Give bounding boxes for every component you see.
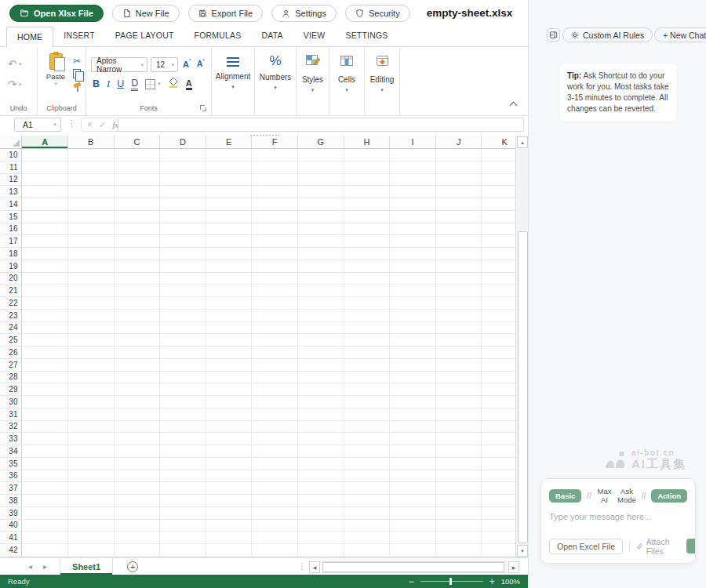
cell-H22[interactable] xyxy=(344,297,391,310)
row-header-16[interactable]: 16 xyxy=(0,223,22,236)
cell-H27[interactable] xyxy=(344,359,391,372)
row-header-38[interactable]: 38 xyxy=(0,495,22,507)
custom-ai-rules-button[interactable]: Custom AI Rules xyxy=(562,27,653,42)
cell-J18[interactable] xyxy=(436,248,482,260)
cell-H40[interactable] xyxy=(344,520,391,532)
cell-I23[interactable] xyxy=(390,310,436,322)
cell-F14[interactable] xyxy=(252,198,298,211)
cell-B36[interactable] xyxy=(68,470,115,483)
cell-C20[interactable] xyxy=(115,273,161,285)
cell-E13[interactable] xyxy=(206,186,253,198)
cell-E37[interactable] xyxy=(206,482,253,495)
cell-F37[interactable] xyxy=(252,482,298,495)
ribbon-tab-page-layout[interactable]: PAGE LAYOUT xyxy=(105,26,184,46)
row-header-33[interactable]: 33 xyxy=(0,433,22,445)
cell-B13[interactable] xyxy=(68,186,115,198)
cell-A27[interactable] xyxy=(22,359,68,372)
cell-H12[interactable] xyxy=(344,174,391,187)
cell-D31[interactable] xyxy=(160,408,206,421)
cell-C33[interactable] xyxy=(115,433,161,445)
cell-F32[interactable] xyxy=(252,421,298,434)
cell-H36[interactable] xyxy=(344,470,391,483)
cell-B19[interactable] xyxy=(68,260,115,273)
cell-A26[interactable] xyxy=(22,347,68,359)
row-header-36[interactable]: 36 xyxy=(0,470,22,483)
cell-B22[interactable] xyxy=(68,297,115,310)
cell-I33[interactable] xyxy=(390,433,436,445)
cell-C12[interactable] xyxy=(115,174,161,187)
cell-F12[interactable] xyxy=(252,174,298,187)
cell-E29[interactable] xyxy=(206,383,253,396)
cell-J41[interactable] xyxy=(436,532,482,544)
cell-H35[interactable] xyxy=(344,458,391,470)
settings-button[interactable]: Settings xyxy=(271,5,337,22)
cell-I17[interactable] xyxy=(390,235,436,248)
cell-B38[interactable] xyxy=(68,495,115,507)
cell-E21[interactable] xyxy=(206,285,253,297)
cell-D25[interactable] xyxy=(160,334,206,347)
collapse-ribbon-button[interactable] xyxy=(511,101,517,107)
export-file-button[interactable]: Export File xyxy=(188,5,264,22)
row-header-25[interactable]: 25 xyxy=(0,334,22,347)
cell-D16[interactable] xyxy=(160,223,206,236)
cell-J39[interactable] xyxy=(436,507,482,520)
cell-I36[interactable] xyxy=(390,470,436,483)
cell-J10[interactable] xyxy=(436,149,482,162)
cell-C26[interactable] xyxy=(115,347,161,359)
row-header-10[interactable]: 10 xyxy=(0,149,22,162)
cell-E30[interactable] xyxy=(206,396,253,408)
cell-G21[interactable] xyxy=(298,285,344,297)
cell-I20[interactable] xyxy=(390,273,436,285)
row-header-24[interactable]: 24 xyxy=(0,322,22,335)
cell-C42[interactable] xyxy=(115,544,161,557)
cell-J28[interactable] xyxy=(436,372,482,384)
cell-H38[interactable] xyxy=(344,495,391,507)
cell-H31[interactable] xyxy=(344,408,391,421)
cell-D12[interactable] xyxy=(160,174,206,187)
cell-A37[interactable] xyxy=(22,482,68,495)
cell-J26[interactable] xyxy=(436,347,482,359)
cell-B20[interactable] xyxy=(68,273,115,285)
cell-B11[interactable] xyxy=(68,162,115,174)
attach-files-button[interactable]: Attach Files xyxy=(636,537,681,556)
cell-B23[interactable] xyxy=(68,310,115,322)
cell-F20[interactable] xyxy=(252,273,298,285)
cell-G34[interactable] xyxy=(298,445,344,458)
cell-D11[interactable] xyxy=(160,162,206,174)
cell-E11[interactable] xyxy=(206,162,253,174)
cell-A24[interactable] xyxy=(22,322,68,335)
cell-F40[interactable] xyxy=(252,520,298,532)
cell-I26[interactable] xyxy=(390,347,436,359)
cell-H11[interactable] xyxy=(344,162,391,174)
ribbon-tab-data[interactable]: DATA xyxy=(252,26,293,46)
cell-A16[interactable] xyxy=(22,223,68,236)
paste-dropdown-icon[interactable]: ▾ xyxy=(42,81,69,87)
cell-D39[interactable] xyxy=(160,507,206,520)
row-header-30[interactable]: 30 xyxy=(0,396,22,408)
redo-button[interactable]: ↷▾ xyxy=(8,78,21,90)
cell-F13[interactable] xyxy=(252,186,298,198)
cell-G15[interactable] xyxy=(298,211,344,223)
cell-E27[interactable] xyxy=(206,359,253,372)
cell-I14[interactable] xyxy=(390,198,436,211)
cell-B12[interactable] xyxy=(68,174,115,187)
cell-F22[interactable] xyxy=(252,297,298,310)
mode-ask-mode[interactable]: Ask Mode xyxy=(617,487,636,505)
cell-C14[interactable] xyxy=(115,198,161,211)
underline-button[interactable]: U xyxy=(117,78,124,89)
cell-E10[interactable] xyxy=(206,149,253,162)
cell-G27[interactable] xyxy=(298,359,344,372)
cell-H17[interactable] xyxy=(344,235,391,248)
cell-D18[interactable] xyxy=(160,248,206,260)
cell-A36[interactable] xyxy=(22,470,68,483)
security-button[interactable]: Security xyxy=(345,5,410,22)
row-header-27[interactable]: 27 xyxy=(0,359,22,372)
cell-B17[interactable] xyxy=(68,235,115,248)
cell-B26[interactable] xyxy=(68,347,115,359)
send-button-partial[interactable] xyxy=(686,539,696,554)
prev-sheet-button[interactable]: ◂ xyxy=(28,562,32,571)
row-header-41[interactable]: 41 xyxy=(0,532,22,544)
cell-D28[interactable] xyxy=(160,372,206,384)
cell-G10[interactable] xyxy=(298,149,344,162)
cell-J11[interactable] xyxy=(436,162,482,174)
